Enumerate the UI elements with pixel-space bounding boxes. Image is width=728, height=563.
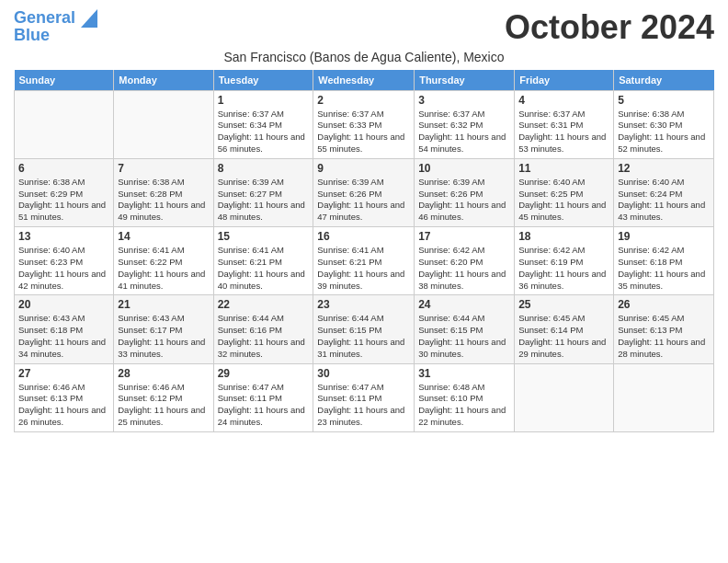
day-number: 4 — [518, 94, 609, 107]
day-number: 10 — [418, 162, 510, 175]
day-number: 20 — [18, 298, 109, 311]
calendar-cell — [614, 363, 714, 431]
calendar-cell: 9Sunrise: 6:39 AMSunset: 6:26 PMDaylight… — [313, 158, 415, 226]
calendar-cell: 31Sunrise: 6:48 AMSunset: 6:10 PMDayligh… — [415, 363, 515, 431]
calendar-cell: 12Sunrise: 6:40 AMSunset: 6:24 PMDayligh… — [614, 158, 714, 226]
day-number: 3 — [418, 94, 510, 107]
calendar-cell: 25Sunrise: 6:45 AMSunset: 6:14 PMDayligh… — [515, 295, 614, 363]
calendar-cell: 27Sunrise: 6:46 AMSunset: 6:13 PMDayligh… — [15, 363, 114, 431]
calendar-cell: 2Sunrise: 6:37 AMSunset: 6:33 PMDaylight… — [313, 90, 415, 158]
day-info: Sunrise: 6:37 AMSunset: 6:32 PMDaylight:… — [418, 109, 510, 155]
day-number: 13 — [18, 230, 109, 243]
day-info: Sunrise: 6:46 AMSunset: 6:12 PMDaylight:… — [118, 382, 209, 429]
day-number: 16 — [317, 230, 410, 243]
day-number: 28 — [118, 367, 209, 380]
calendar-cell: 7Sunrise: 6:38 AMSunset: 6:28 PMDaylight… — [114, 158, 213, 226]
page: General Blue October 2024 San Francisco … — [0, 0, 728, 442]
col-friday: Friday — [515, 70, 614, 91]
day-info: Sunrise: 6:41 AMSunset: 6:22 PMDaylight:… — [118, 245, 209, 292]
day-number: 1 — [218, 94, 310, 107]
day-number: 9 — [317, 162, 410, 175]
calendar-cell: 4Sunrise: 6:37 AMSunset: 6:31 PMDaylight… — [515, 90, 614, 158]
logo-text: General — [14, 9, 97, 28]
header: General Blue October 2024 — [14, 9, 714, 46]
day-info: Sunrise: 6:43 AMSunset: 6:18 PMDaylight:… — [18, 313, 109, 360]
svg-marker-0 — [81, 9, 97, 28]
day-number: 7 — [118, 162, 209, 175]
day-info: Sunrise: 6:45 AMSunset: 6:13 PMDaylight:… — [618, 313, 710, 360]
col-tuesday: Tuesday — [213, 70, 313, 91]
day-info: Sunrise: 6:42 AMSunset: 6:20 PMDaylight:… — [418, 245, 510, 292]
day-info: Sunrise: 6:40 AMSunset: 6:25 PMDaylight:… — [518, 177, 609, 224]
location-title: San Francisco (Banos de Agua Caliente), … — [14, 50, 714, 64]
calendar-cell: 8Sunrise: 6:39 AMSunset: 6:27 PMDaylight… — [213, 158, 313, 226]
calendar-cell: 14Sunrise: 6:41 AMSunset: 6:22 PMDayligh… — [114, 227, 213, 295]
day-info: Sunrise: 6:40 AMSunset: 6:24 PMDaylight:… — [618, 177, 710, 224]
day-info: Sunrise: 6:40 AMSunset: 6:23 PMDaylight:… — [18, 245, 109, 292]
day-number: 22 — [218, 298, 310, 311]
calendar-cell: 5Sunrise: 6:38 AMSunset: 6:30 PMDaylight… — [614, 90, 714, 158]
day-number: 8 — [218, 162, 310, 175]
day-info: Sunrise: 6:47 AMSunset: 6:11 PMDaylight:… — [317, 382, 410, 429]
calendar-cell: 29Sunrise: 6:47 AMSunset: 6:11 PMDayligh… — [213, 363, 313, 431]
calendar-cell: 13Sunrise: 6:40 AMSunset: 6:23 PMDayligh… — [15, 227, 114, 295]
day-number: 14 — [118, 230, 209, 243]
day-number: 23 — [317, 298, 410, 311]
week-row-2: 13Sunrise: 6:40 AMSunset: 6:23 PMDayligh… — [15, 227, 714, 295]
calendar-cell: 21Sunrise: 6:43 AMSunset: 6:17 PMDayligh… — [114, 295, 213, 363]
logo: General Blue — [14, 9, 97, 45]
day-info: Sunrise: 6:37 AMSunset: 6:31 PMDaylight:… — [518, 109, 609, 155]
calendar-cell: 3Sunrise: 6:37 AMSunset: 6:32 PMDaylight… — [415, 90, 515, 158]
calendar-cell: 16Sunrise: 6:41 AMSunset: 6:21 PMDayligh… — [313, 227, 415, 295]
day-number: 26 — [618, 298, 710, 311]
day-info: Sunrise: 6:38 AMSunset: 6:28 PMDaylight:… — [118, 177, 209, 224]
calendar-cell: 15Sunrise: 6:41 AMSunset: 6:21 PMDayligh… — [213, 227, 313, 295]
day-info: Sunrise: 6:39 AMSunset: 6:26 PMDaylight:… — [317, 177, 410, 224]
calendar-cell: 26Sunrise: 6:45 AMSunset: 6:13 PMDayligh… — [614, 295, 714, 363]
col-wednesday: Wednesday — [313, 70, 415, 91]
day-info: Sunrise: 6:44 AMSunset: 6:15 PMDaylight:… — [418, 313, 510, 360]
title-section: October 2024 — [505, 9, 714, 46]
day-number: 15 — [218, 230, 310, 243]
logo-triangle-icon — [81, 9, 97, 28]
day-info: Sunrise: 6:41 AMSunset: 6:21 PMDaylight:… — [218, 245, 310, 292]
day-info: Sunrise: 6:37 AMSunset: 6:34 PMDaylight:… — [218, 109, 310, 155]
calendar-cell — [114, 90, 213, 158]
calendar-cell: 20Sunrise: 6:43 AMSunset: 6:18 PMDayligh… — [15, 295, 114, 363]
header-row: Sunday Monday Tuesday Wednesday Thursday… — [15, 70, 714, 91]
calendar-cell: 28Sunrise: 6:46 AMSunset: 6:12 PMDayligh… — [114, 363, 213, 431]
day-info: Sunrise: 6:38 AMSunset: 6:29 PMDaylight:… — [18, 177, 109, 224]
day-info: Sunrise: 6:41 AMSunset: 6:21 PMDaylight:… — [317, 245, 410, 292]
day-number: 11 — [518, 162, 609, 175]
calendar-table: Sunday Monday Tuesday Wednesday Thursday… — [14, 70, 714, 432]
week-row-3: 20Sunrise: 6:43 AMSunset: 6:18 PMDayligh… — [15, 295, 714, 363]
day-number: 30 — [317, 367, 410, 380]
day-number: 18 — [518, 230, 609, 243]
day-number: 29 — [218, 367, 310, 380]
day-info: Sunrise: 6:48 AMSunset: 6:10 PMDaylight:… — [418, 382, 510, 429]
calendar-cell: 22Sunrise: 6:44 AMSunset: 6:16 PMDayligh… — [213, 295, 313, 363]
calendar-cell: 1Sunrise: 6:37 AMSunset: 6:34 PMDaylight… — [213, 90, 313, 158]
day-number: 19 — [618, 230, 710, 243]
logo-general: General — [14, 8, 75, 27]
day-info: Sunrise: 6:44 AMSunset: 6:16 PMDaylight:… — [218, 313, 310, 360]
col-thursday: Thursday — [415, 70, 515, 91]
day-number: 5 — [618, 94, 710, 107]
day-info: Sunrise: 6:39 AMSunset: 6:26 PMDaylight:… — [418, 177, 510, 224]
week-row-4: 27Sunrise: 6:46 AMSunset: 6:13 PMDayligh… — [15, 363, 714, 431]
calendar-cell — [515, 363, 614, 431]
day-number: 25 — [518, 298, 609, 311]
day-info: Sunrise: 6:39 AMSunset: 6:27 PMDaylight:… — [218, 177, 310, 224]
week-row-1: 6Sunrise: 6:38 AMSunset: 6:29 PMDaylight… — [15, 158, 714, 226]
day-info: Sunrise: 6:37 AMSunset: 6:33 PMDaylight:… — [317, 109, 410, 155]
day-info: Sunrise: 6:38 AMSunset: 6:30 PMDaylight:… — [618, 109, 710, 155]
day-number: 6 — [18, 162, 109, 175]
month-title: October 2024 — [505, 9, 714, 46]
day-number: 27 — [18, 367, 109, 380]
day-number: 2 — [317, 94, 410, 107]
calendar-cell: 6Sunrise: 6:38 AMSunset: 6:29 PMDaylight… — [15, 158, 114, 226]
logo-blue: Blue — [14, 26, 50, 45]
day-info: Sunrise: 6:43 AMSunset: 6:17 PMDaylight:… — [118, 313, 209, 360]
day-info: Sunrise: 6:42 AMSunset: 6:18 PMDaylight:… — [618, 245, 710, 292]
calendar-cell: 11Sunrise: 6:40 AMSunset: 6:25 PMDayligh… — [515, 158, 614, 226]
